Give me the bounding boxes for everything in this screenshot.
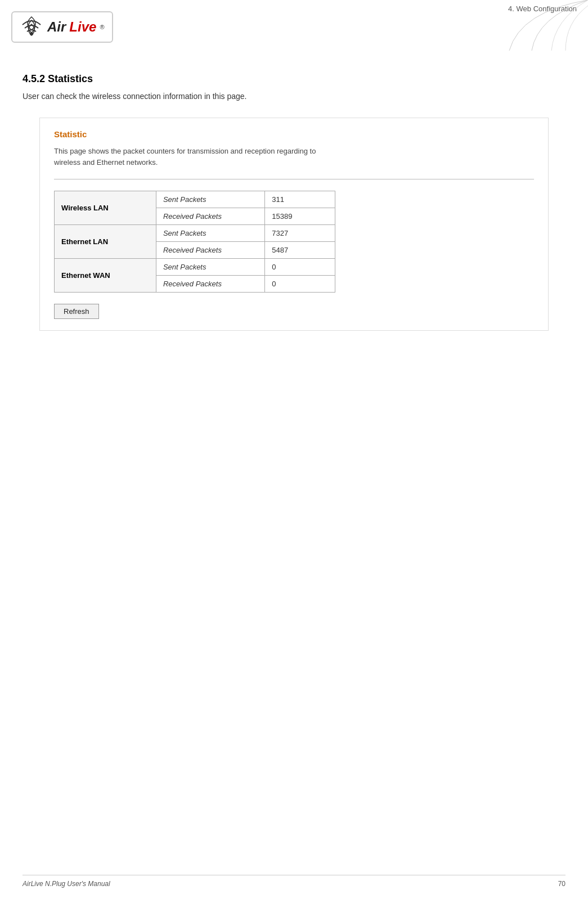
section-title: 4.5.2 Statistics [23, 73, 565, 85]
logo-icon [20, 16, 43, 38]
ethernet-wan-sent-label: Sent Packets [156, 259, 264, 276]
ethernet-wan-sent-value: 0 [265, 259, 335, 276]
footer-page-number: 70 [558, 880, 565, 888]
ethernet-lan-sent-label: Sent Packets [156, 225, 264, 242]
divider [54, 179, 534, 179]
stats-table: Wireless LAN Sent Packets 311 Received P… [54, 191, 335, 293]
main-content: 4.5.2 Statistics User can check the wire… [0, 56, 588, 353]
refresh-button[interactable]: Refresh [54, 304, 99, 319]
ethernet-lan-received-value: 5487 [265, 242, 335, 259]
page-header: 4. Web Configuration AirLive® [0, 0, 588, 56]
ethernet-wan-received-label: Received Packets [156, 276, 264, 293]
statistic-panel: Statistic This page shows the packet cou… [39, 118, 549, 331]
logo-text-air: Air [47, 19, 66, 35]
ethernet-wan-received-value: 0 [265, 276, 335, 293]
footer: AirLive N.Plug User's Manual 70 [0, 875, 588, 888]
logo-text-live: Live [69, 19, 96, 35]
statistic-heading: Statistic [54, 129, 534, 139]
wireless-received-value: 15389 [265, 208, 335, 225]
table-row: Wireless LAN Sent Packets 311 [55, 191, 335, 208]
ethernet-lan-sent-value: 7327 [265, 225, 335, 242]
ethernet-wan-label: Ethernet WAN [55, 259, 156, 293]
section-description: User can check the wireless connection i… [23, 92, 565, 101]
wireless-lan-label: Wireless LAN [55, 191, 156, 225]
ethernet-lan-label: Ethernet LAN [55, 225, 156, 259]
svg-point-0 [30, 32, 33, 35]
table-row: Ethernet WAN Sent Packets 0 [55, 259, 335, 276]
ethernet-lan-received-label: Received Packets [156, 242, 264, 259]
table-row: Ethernet LAN Sent Packets 7327 [55, 225, 335, 242]
wireless-received-label: Received Packets [156, 208, 264, 225]
footer-manual-label: AirLive N.Plug User's Manual [23, 880, 110, 888]
wireless-sent-value: 311 [265, 191, 335, 208]
logo-box: AirLive® [11, 11, 113, 43]
logo-registered: ® [100, 24, 104, 30]
wireless-sent-label: Sent Packets [156, 191, 264, 208]
statistic-description: This page shows the packet counters for … [54, 146, 534, 168]
header-decoration [408, 0, 588, 51]
